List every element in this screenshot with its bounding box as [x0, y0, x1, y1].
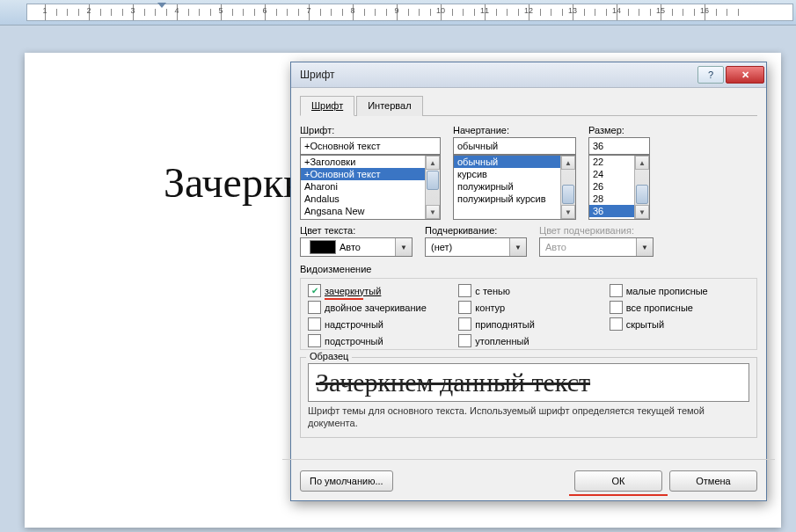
ruler-number: 10 [436, 6, 445, 15]
checkbox-shadow[interactable]: с тенью [458, 284, 598, 297]
ruler-number: 5 [218, 6, 223, 15]
scrollbar[interactable]: ▲ ▼ [425, 156, 440, 219]
close-button[interactable]: ✕ [726, 66, 764, 84]
ruler-number: 12 [524, 6, 533, 15]
effects-group: ✔ зачеркнутый с тенью малые прописные дв… [300, 278, 757, 350]
checkbox-icon: ✔ [308, 284, 321, 297]
ruler-number: 8 [350, 6, 354, 15]
checkbox-subscript[interactable]: подстрочный [308, 334, 448, 347]
scroll-down-icon[interactable]: ▼ [426, 205, 440, 219]
color-swatch-icon [310, 240, 336, 254]
checkbox-double-strike[interactable]: двойное зачеркивание [308, 301, 448, 314]
font-dialog: Шрифт ? ✕ Шрифт Интервал Шрифт: +Основно… [290, 62, 767, 501]
scroll-thumb[interactable] [636, 185, 648, 204]
checkbox-outline[interactable]: контур [458, 301, 598, 314]
scrollbar[interactable]: ▲ ▼ [634, 156, 649, 219]
list-item[interactable]: курсив [454, 168, 575, 180]
tab-font[interactable]: Шрифт [300, 96, 354, 116]
checkbox-hidden[interactable]: скрытый [610, 317, 749, 331]
list-item[interactable]: полужирный [454, 180, 575, 193]
tab-strip: Шрифт Интервал [300, 95, 757, 116]
chevron-down-icon[interactable]: ▼ [509, 238, 526, 256]
horizontal-ruler[interactable]: 12345678910111213141516 [26, 4, 793, 21]
style-label: Начертание: [453, 125, 576, 135]
size-input[interactable]: 36 [588, 137, 650, 155]
scroll-thumb[interactable] [427, 171, 439, 190]
underline-label: Подчеркивание: [425, 225, 527, 236]
ruler-number: 15 [656, 6, 665, 15]
scroll-up-icon[interactable]: ▲ [561, 156, 575, 170]
chevron-down-icon: ▼ [636, 238, 653, 256]
ruler-number: 16 [700, 6, 709, 15]
scroll-up-icon[interactable]: ▲ [426, 156, 440, 170]
checkbox-smallcaps[interactable]: малые прописные [610, 284, 749, 297]
sample-note: Шрифт темы для основного текста. Использ… [308, 405, 749, 430]
highlight-underline [325, 298, 363, 300]
default-button[interactable]: По умолчанию... [300, 470, 393, 492]
list-item[interactable]: +Основной текст [301, 168, 440, 180]
highlight-underline [569, 494, 668, 496]
effects-heading: Видоизменение [300, 264, 757, 274]
dialog-title: Шрифт [300, 69, 696, 81]
ok-button[interactable]: ОК [574, 470, 662, 492]
size-listbox[interactable]: 2224262836 ▲ ▼ [588, 155, 650, 220]
font-color-dropdown[interactable]: Авто ▼ [300, 237, 413, 257]
size-label: Размер: [588, 125, 650, 135]
scroll-down-icon[interactable]: ▼ [635, 205, 649, 219]
ruler-number: 11 [480, 6, 489, 15]
style-input[interactable]: обычный [453, 137, 576, 155]
checkbox-superscript[interactable]: надстрочный [308, 317, 448, 331]
sample-group: Образец Зачеркнем данный текст Шрифт тем… [300, 357, 757, 438]
sample-text: Зачеркнем данный текст [316, 368, 590, 397]
divider [282, 459, 775, 460]
scrollbar[interactable]: ▲ ▼ [560, 156, 575, 219]
help-button[interactable]: ? [697, 66, 724, 84]
font-label: Шрифт: [300, 125, 441, 135]
sample-preview: Зачеркнем данный текст [308, 363, 749, 402]
ruler-number: 3 [130, 6, 135, 15]
list-item[interactable]: Angsana New [301, 205, 440, 217]
chevron-down-icon[interactable]: ▼ [395, 238, 412, 256]
underline-color-label: Цвет подчеркивания: [539, 225, 654, 236]
list-item[interactable]: +Заголовки [301, 156, 440, 168]
scroll-down-icon[interactable]: ▼ [561, 205, 575, 219]
dialog-button-row: По умолчанию... ОК Отмена [291, 465, 766, 500]
ruler-number: 13 [568, 6, 577, 15]
dialog-titlebar[interactable]: Шрифт ? ✕ [291, 62, 766, 88]
ruler-number: 7 [306, 6, 310, 15]
ruler-number: 14 [612, 6, 621, 15]
checkbox-strikethrough[interactable]: ✔ зачеркнутый [308, 284, 448, 297]
tab-spacing[interactable]: Интервал [356, 96, 422, 116]
list-item[interactable]: полужирный курсив [454, 193, 575, 205]
checkbox-allcaps[interactable]: все прописные [610, 301, 749, 314]
ruler-number: 9 [394, 6, 398, 15]
ruler-number: 2 [86, 6, 91, 15]
list-item[interactable]: Andalus [301, 193, 440, 205]
scroll-thumb[interactable] [562, 185, 574, 204]
list-item[interactable]: Aharoni [301, 180, 440, 193]
dialog-body: Шрифт Интервал Шрифт: +Основной текст +З… [291, 88, 766, 454]
font-listbox[interactable]: +Заголовки+Основной текстAharoniAndalusA… [300, 155, 441, 220]
font-color-label: Цвет текста: [300, 225, 413, 236]
cancel-button[interactable]: Отмена [669, 470, 757, 492]
underline-color-dropdown: Авто ▼ [539, 237, 654, 257]
ruler-number: 6 [262, 6, 267, 15]
checkbox-emboss[interactable]: приподнятый [458, 317, 598, 331]
style-listbox[interactable]: обычныйкурсивполужирныйполужирный курсив… [453, 155, 576, 220]
ruler-number: 4 [174, 6, 179, 15]
checkbox-engrave[interactable]: утопленный [458, 334, 598, 347]
indent-marker-icon[interactable] [157, 3, 166, 8]
ruler-area: 12345678910111213141516 [0, 0, 796, 26]
font-input[interactable]: +Основной текст [300, 137, 441, 155]
sample-heading: Образец [306, 351, 352, 361]
scroll-up-icon[interactable]: ▲ [635, 156, 649, 170]
ruler-number: 1 [42, 6, 47, 15]
underline-style-dropdown[interactable]: (нет) ▼ [425, 237, 527, 257]
list-item[interactable]: обычный [454, 156, 575, 168]
